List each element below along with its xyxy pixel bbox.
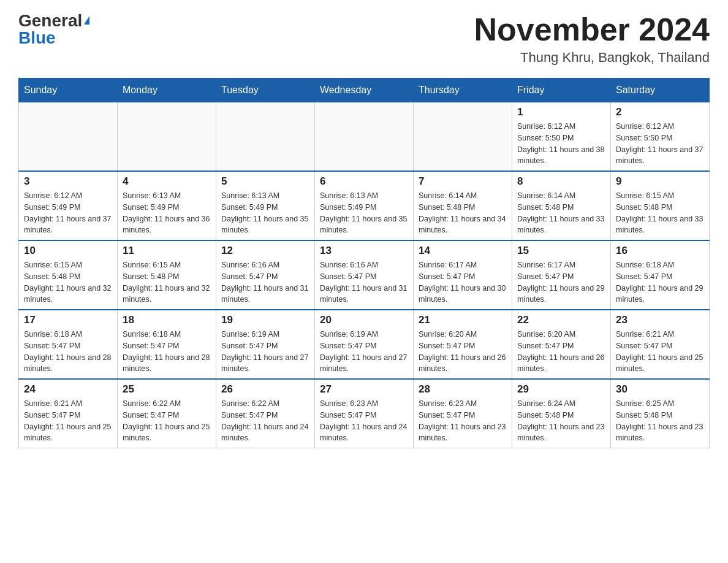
weekday-header-wednesday: Wednesday [315, 79, 414, 102]
day-info: Sunrise: 6:17 AM Sunset: 5:47 PM Dayligh… [517, 259, 605, 305]
logo-blue-text: Blue [18, 28, 56, 47]
day-number: 27 [320, 383, 408, 396]
week-row-1: 1Sunrise: 6:12 AM Sunset: 5:50 PM Daylig… [19, 102, 710, 172]
day-info: Sunrise: 6:13 AM Sunset: 5:49 PM Dayligh… [123, 190, 211, 236]
page-header: General Blue November 2024 Thung Khru, B… [18, 12, 710, 66]
day-info: Sunrise: 6:23 AM Sunset: 5:47 PM Dayligh… [419, 398, 507, 444]
calendar-cell: 14Sunrise: 6:17 AM Sunset: 5:47 PM Dayli… [414, 240, 512, 310]
week-row-4: 17Sunrise: 6:18 AM Sunset: 5:47 PM Dayli… [19, 310, 710, 379]
day-info: Sunrise: 6:24 AM Sunset: 5:48 PM Dayligh… [517, 398, 605, 444]
calendar-cell: 29Sunrise: 6:24 AM Sunset: 5:48 PM Dayli… [512, 379, 611, 448]
day-number: 2 [616, 106, 704, 118]
day-info: Sunrise: 6:15 AM Sunset: 5:48 PM Dayligh… [24, 259, 112, 305]
day-number: 9 [616, 175, 704, 188]
calendar-cell: 16Sunrise: 6:18 AM Sunset: 5:47 PM Dayli… [611, 240, 710, 310]
weekday-header-friday: Friday [512, 79, 611, 102]
day-number: 19 [221, 314, 309, 326]
calendar-cell: 8Sunrise: 6:14 AM Sunset: 5:48 PM Daylig… [512, 171, 611, 240]
calendar-cell: 28Sunrise: 6:23 AM Sunset: 5:47 PM Dayli… [414, 379, 512, 448]
calendar-cell: 7Sunrise: 6:14 AM Sunset: 5:48 PM Daylig… [414, 171, 512, 240]
day-number: 25 [123, 383, 211, 396]
day-info: Sunrise: 6:21 AM Sunset: 5:47 PM Dayligh… [24, 398, 112, 444]
day-number: 16 [616, 245, 704, 257]
weekday-header-thursday: Thursday [414, 79, 512, 102]
logo-triangle-icon [84, 16, 89, 25]
calendar-cell [315, 102, 414, 172]
day-number: 28 [419, 383, 507, 396]
day-number: 3 [24, 175, 112, 188]
day-number: 8 [517, 175, 605, 188]
day-info: Sunrise: 6:16 AM Sunset: 5:47 PM Dayligh… [320, 259, 408, 305]
calendar-cell: 17Sunrise: 6:18 AM Sunset: 5:47 PM Dayli… [19, 310, 118, 379]
calendar-table: SundayMondayTuesdayWednesdayThursdayFrid… [18, 78, 710, 448]
day-number: 7 [419, 175, 507, 188]
day-info: Sunrise: 6:14 AM Sunset: 5:48 PM Dayligh… [517, 190, 605, 236]
calendar-cell: 22Sunrise: 6:20 AM Sunset: 5:47 PM Dayli… [512, 310, 611, 379]
day-info: Sunrise: 6:14 AM Sunset: 5:48 PM Dayligh… [419, 190, 507, 236]
day-number: 22 [517, 314, 605, 326]
weekday-header-tuesday: Tuesday [216, 79, 315, 102]
day-number: 10 [24, 245, 112, 257]
day-info: Sunrise: 6:22 AM Sunset: 5:47 PM Dayligh… [123, 398, 211, 444]
calendar-cell: 26Sunrise: 6:22 AM Sunset: 5:47 PM Dayli… [216, 379, 315, 448]
day-info: Sunrise: 6:18 AM Sunset: 5:47 PM Dayligh… [24, 329, 112, 375]
day-number: 21 [419, 314, 507, 326]
day-number: 14 [419, 245, 507, 257]
day-number: 29 [517, 383, 605, 396]
day-info: Sunrise: 6:20 AM Sunset: 5:47 PM Dayligh… [517, 329, 605, 375]
day-info: Sunrise: 6:19 AM Sunset: 5:47 PM Dayligh… [221, 329, 309, 375]
calendar-cell: 20Sunrise: 6:19 AM Sunset: 5:47 PM Dayli… [315, 310, 414, 379]
day-info: Sunrise: 6:20 AM Sunset: 5:47 PM Dayligh… [419, 329, 507, 375]
day-number: 15 [517, 245, 605, 257]
day-info: Sunrise: 6:13 AM Sunset: 5:49 PM Dayligh… [221, 190, 309, 236]
calendar-cell: 1Sunrise: 6:12 AM Sunset: 5:50 PM Daylig… [512, 102, 611, 172]
day-info: Sunrise: 6:16 AM Sunset: 5:47 PM Dayligh… [221, 259, 309, 305]
day-info: Sunrise: 6:18 AM Sunset: 5:47 PM Dayligh… [123, 329, 211, 375]
logo: General Blue [18, 12, 89, 47]
calendar-cell: 2Sunrise: 6:12 AM Sunset: 5:50 PM Daylig… [611, 102, 710, 172]
day-number: 4 [123, 175, 211, 188]
calendar-cell [19, 102, 118, 172]
day-number: 23 [616, 314, 704, 326]
day-number: 13 [320, 245, 408, 257]
day-info: Sunrise: 6:21 AM Sunset: 5:47 PM Dayligh… [616, 329, 704, 375]
day-number: 30 [616, 383, 704, 396]
calendar-cell: 15Sunrise: 6:17 AM Sunset: 5:47 PM Dayli… [512, 240, 611, 310]
day-info: Sunrise: 6:25 AM Sunset: 5:48 PM Dayligh… [616, 398, 704, 444]
day-number: 1 [517, 106, 605, 118]
month-title: November 2024 [474, 12, 710, 47]
weekday-header-saturday: Saturday [611, 79, 710, 102]
calendar-cell: 25Sunrise: 6:22 AM Sunset: 5:47 PM Dayli… [118, 379, 216, 448]
week-row-5: 24Sunrise: 6:21 AM Sunset: 5:47 PM Dayli… [19, 379, 710, 448]
day-info: Sunrise: 6:22 AM Sunset: 5:47 PM Dayligh… [221, 398, 309, 444]
day-number: 6 [320, 175, 408, 188]
day-number: 18 [123, 314, 211, 326]
day-info: Sunrise: 6:19 AM Sunset: 5:47 PM Dayligh… [320, 329, 408, 375]
calendar-cell: 30Sunrise: 6:25 AM Sunset: 5:48 PM Dayli… [611, 379, 710, 448]
day-number: 24 [24, 383, 112, 396]
day-info: Sunrise: 6:17 AM Sunset: 5:47 PM Dayligh… [419, 259, 507, 305]
day-number: 17 [24, 314, 112, 326]
day-number: 5 [221, 175, 309, 188]
week-row-2: 3Sunrise: 6:12 AM Sunset: 5:49 PM Daylig… [19, 171, 710, 240]
day-info: Sunrise: 6:18 AM Sunset: 5:47 PM Dayligh… [616, 259, 704, 305]
day-info: Sunrise: 6:23 AM Sunset: 5:47 PM Dayligh… [320, 398, 408, 444]
week-row-3: 10Sunrise: 6:15 AM Sunset: 5:48 PM Dayli… [19, 240, 710, 310]
logo-general-text: General [18, 12, 82, 29]
day-number: 12 [221, 245, 309, 257]
calendar-cell [216, 102, 315, 172]
day-info: Sunrise: 6:12 AM Sunset: 5:50 PM Dayligh… [616, 121, 704, 167]
calendar-cell: 23Sunrise: 6:21 AM Sunset: 5:47 PM Dayli… [611, 310, 710, 379]
day-info: Sunrise: 6:12 AM Sunset: 5:50 PM Dayligh… [517, 121, 605, 167]
calendar-cell: 11Sunrise: 6:15 AM Sunset: 5:48 PM Dayli… [118, 240, 216, 310]
day-info: Sunrise: 6:15 AM Sunset: 5:48 PM Dayligh… [616, 190, 704, 236]
calendar-cell: 21Sunrise: 6:20 AM Sunset: 5:47 PM Dayli… [414, 310, 512, 379]
calendar-cell: 4Sunrise: 6:13 AM Sunset: 5:49 PM Daylig… [118, 171, 216, 240]
calendar-cell: 18Sunrise: 6:18 AM Sunset: 5:47 PM Dayli… [118, 310, 216, 379]
day-number: 26 [221, 383, 309, 396]
calendar-cell: 19Sunrise: 6:19 AM Sunset: 5:47 PM Dayli… [216, 310, 315, 379]
weekday-header-monday: Monday [118, 79, 216, 102]
weekday-header-sunday: Sunday [19, 79, 118, 102]
calendar-cell: 6Sunrise: 6:13 AM Sunset: 5:49 PM Daylig… [315, 171, 414, 240]
calendar-cell: 12Sunrise: 6:16 AM Sunset: 5:47 PM Dayli… [216, 240, 315, 310]
